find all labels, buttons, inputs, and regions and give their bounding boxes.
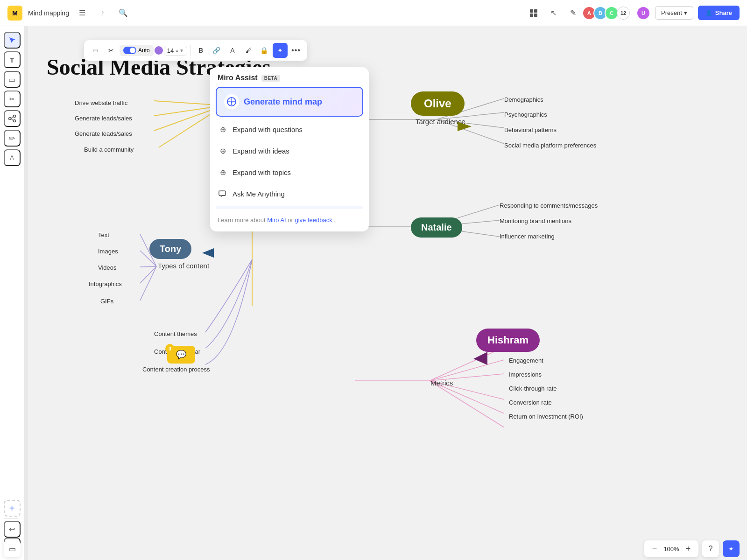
bottombar: ▭ − 100% + ? ✦ bbox=[28, 538, 747, 560]
svg-rect-1 bbox=[534, 9, 537, 13]
roi-node: Return on investment (ROI) bbox=[509, 412, 583, 420]
generate-icon bbox=[224, 94, 239, 109]
give-feedback-link[interactable]: give feedback bbox=[295, 217, 332, 224]
tb-ai-button[interactable]: ✦ bbox=[273, 43, 288, 58]
tb-shape-button[interactable]: ▭ bbox=[88, 43, 103, 58]
svg-line-30 bbox=[430, 360, 504, 381]
present-button[interactable]: Present ▾ bbox=[655, 6, 693, 20]
tb-color-picker[interactable] bbox=[155, 46, 163, 55]
tb-highlight-button[interactable]: 🖌 bbox=[241, 43, 256, 58]
natalie-bubble[interactable]: Natalie bbox=[411, 217, 462, 238]
miro-ai-link[interactable]: Miro AI bbox=[267, 217, 286, 224]
influencer-node: Influencer marketing bbox=[500, 232, 555, 240]
assist-expand-topics[interactable]: ⊕ Expand with topics bbox=[210, 161, 369, 183]
app-logo[interactable]: M bbox=[7, 6, 22, 21]
floating-toolbar: ▭ ✂ Auto 14 ▲▼ B 🔗 A 🖌 🔒 ✦ ••• bbox=[84, 40, 307, 61]
engagement-node: Engagement bbox=[420, 222, 460, 231]
gen-leads-node2: Generate leads/sales bbox=[75, 129, 132, 138]
target-audience-node: Target audience bbox=[416, 118, 465, 126]
svg-line-22 bbox=[140, 251, 156, 266]
svg-rect-0 bbox=[530, 9, 533, 13]
sidebar-item-edit[interactable]: ✂ bbox=[4, 91, 21, 107]
svg-point-5 bbox=[13, 115, 15, 118]
sidebar-item-text[interactable]: T bbox=[4, 51, 21, 68]
olive-bubble[interactable]: Olive bbox=[411, 91, 465, 116]
platform-pref-node: Social media platform preferences bbox=[504, 141, 596, 149]
menu-button[interactable]: ☰ bbox=[75, 6, 90, 21]
svg-rect-3 bbox=[534, 14, 537, 17]
ctr-node: Click-through rate bbox=[509, 384, 557, 392]
hishram-bubble[interactable]: Hishram bbox=[476, 329, 540, 352]
text-node: Text bbox=[98, 231, 109, 239]
svg-rect-2 bbox=[530, 14, 533, 17]
share-export-button[interactable]: ↑ bbox=[95, 6, 110, 21]
svg-line-24 bbox=[140, 266, 156, 283]
content-creation-node: Content creation process bbox=[142, 365, 210, 373]
search-button[interactable]: 🔍 bbox=[116, 6, 131, 21]
monitoring-node: Monitoring brand mentions bbox=[500, 217, 571, 225]
conversion-node: Conversion rate bbox=[509, 398, 552, 406]
topbar: M Mind mapping ☰ ↑ 🔍 ↖ ✎ A B C 12 U Pres… bbox=[0, 0, 747, 26]
svg-marker-36 bbox=[202, 248, 214, 258]
tb-bold-button[interactable]: B bbox=[193, 43, 208, 58]
assist-expand-questions[interactable]: ⊕ Expand with questions bbox=[210, 119, 369, 140]
zoom-level: 100% bbox=[663, 546, 680, 553]
sidebar-item-add[interactable]: + bbox=[4, 500, 21, 517]
comment-badge[interactable]: 3 💬 bbox=[167, 346, 195, 364]
metrics-node: Metrics bbox=[430, 379, 453, 387]
arrow-mode-button[interactable]: ↖ bbox=[546, 6, 561, 21]
sidebar-toggle-button[interactable]: ▭ bbox=[4, 540, 21, 557]
scroll-hint bbox=[216, 206, 363, 209]
share-button[interactable]: 👤 Share bbox=[698, 6, 740, 20]
topbar-right: ↖ ✎ A B C 12 U Present ▾ 👤 Share bbox=[526, 6, 740, 21]
current-user-avatar: U bbox=[636, 6, 650, 20]
mindmap-svg bbox=[28, 26, 747, 560]
tb-text-color-button[interactable]: A bbox=[225, 43, 240, 58]
engagement-metric-node: Engagement bbox=[509, 356, 543, 364]
canvas[interactable]: ▭ ✂ Auto 14 ▲▼ B 🔗 A 🖌 🔒 ✦ ••• bbox=[28, 26, 747, 560]
undo-button[interactable]: ↩ bbox=[4, 521, 21, 538]
tb-font-size[interactable]: 14 ▲▼ bbox=[164, 46, 187, 56]
zoom-in-button[interactable]: + bbox=[682, 542, 695, 555]
tb-connect-button[interactable]: ✂ bbox=[104, 43, 119, 58]
tony-bubble[interactable]: Tony bbox=[149, 239, 191, 259]
responding-node: Responding to comments/messages bbox=[500, 201, 598, 210]
zoom-out-button[interactable]: − bbox=[648, 542, 661, 555]
sidebar-item-shape[interactable]: ▭ bbox=[4, 71, 21, 88]
svg-marker-35 bbox=[458, 122, 472, 131]
svg-line-21 bbox=[140, 234, 156, 266]
tb-more-button[interactable]: ••• bbox=[289, 43, 303, 58]
assist-ask-anything[interactable]: Ask Me Anything bbox=[210, 183, 369, 204]
miro-icon: M bbox=[7, 6, 22, 21]
videos-node: Videos bbox=[98, 263, 117, 272]
pen-mode-button[interactable]: ✎ bbox=[565, 6, 580, 21]
expand-questions-icon: ⊕ bbox=[218, 124, 228, 134]
sidebar-item-connect[interactable] bbox=[4, 110, 21, 127]
assist-expand-ideas[interactable]: ⊕ Expand with ideas bbox=[210, 140, 369, 161]
svg-line-17 bbox=[437, 119, 504, 128]
help-button[interactable]: ? bbox=[702, 540, 719, 557]
sidebar-divider bbox=[4, 518, 18, 519]
sidebar-item-brush[interactable]: A bbox=[4, 149, 21, 166]
assist-header: Miro Assist BETA bbox=[210, 67, 369, 87]
tb-link-button[interactable]: 🔗 bbox=[209, 43, 224, 58]
assist-generate-button[interactable]: Generate mind map bbox=[216, 87, 363, 117]
smart-draw-button[interactable] bbox=[526, 6, 541, 21]
collaborators[interactable]: A B C 12 bbox=[585, 6, 630, 20]
assist-panel: Miro Assist BETA Generate mind map ⊕ Exp… bbox=[210, 67, 369, 231]
comment-count: 3 bbox=[165, 344, 175, 353]
assist-footer: Learn more about Miro AI or give feedbac… bbox=[210, 211, 369, 231]
board-title[interactable]: Mind mapping bbox=[28, 9, 69, 17]
svg-line-15 bbox=[437, 98, 504, 119]
ai-button[interactable]: ✦ bbox=[723, 540, 740, 557]
sidebar-item-select[interactable] bbox=[4, 32, 21, 49]
expand-ideas-icon: ⊕ bbox=[218, 146, 228, 156]
ask-icon bbox=[218, 189, 228, 199]
svg-line-18 bbox=[437, 119, 504, 144]
zoom-controls: − 100% + bbox=[644, 540, 698, 557]
tb-auto-toggle[interactable]: Auto bbox=[120, 45, 154, 56]
tb-lock-button[interactable]: 🔒 bbox=[257, 43, 272, 58]
content-themes-node: Content themes bbox=[154, 329, 197, 338]
psychographics-node: Psychographics bbox=[504, 110, 547, 119]
sidebar-item-pen[interactable]: ✏ bbox=[4, 130, 21, 147]
